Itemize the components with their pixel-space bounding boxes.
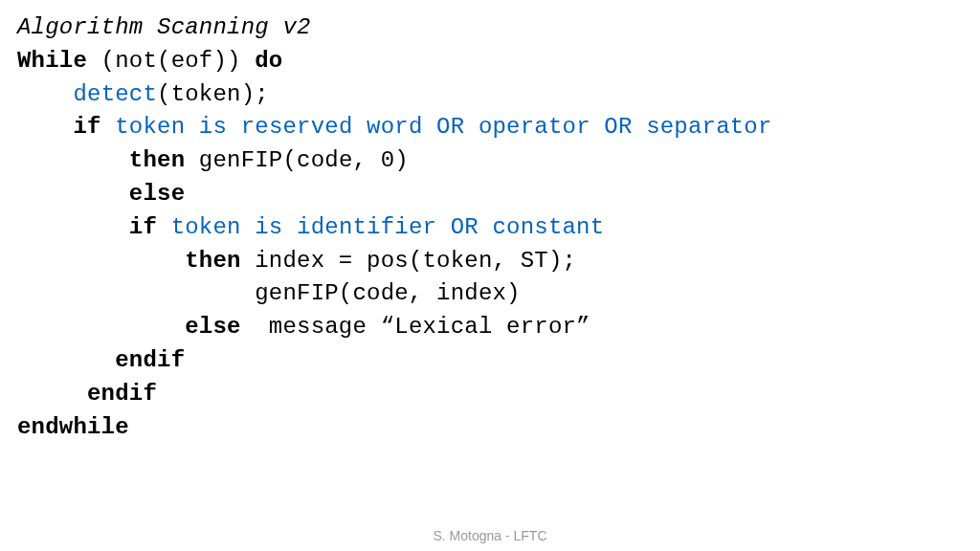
text: genFIP(code, index) — [17, 280, 521, 306]
kw-if: if — [73, 114, 100, 140]
kw-while: While — [17, 48, 87, 74]
indent — [17, 81, 73, 107]
slide: Algorithm Scanning v2 While (not(eof)) d… — [0, 0, 980, 551]
text: (token); — [157, 81, 269, 107]
space — [101, 114, 116, 140]
kw-if: if — [129, 214, 157, 240]
text: (not(eof)) — [87, 48, 255, 74]
kw-else: else — [129, 181, 185, 207]
algorithm-title: Algorithm Scanning v2 — [17, 14, 311, 40]
indent — [17, 347, 115, 373]
condition-1: token is reserved word OR operator OR se… — [115, 114, 771, 140]
line-11: endif — [17, 378, 963, 411]
indent — [17, 381, 87, 407]
space — [157, 214, 171, 240]
kw-else: else — [185, 314, 240, 340]
text: genFIP(code, 0) — [185, 147, 409, 173]
indent — [17, 314, 185, 340]
kw-endwhile: endwhile — [17, 414, 129, 440]
line-title: Algorithm Scanning v2 — [17, 11, 963, 45]
line-7: then index = pos(token, ST); — [17, 245, 963, 278]
line-3: if token is reserved word OR operator OR… — [17, 111, 963, 144]
line-12: endwhile — [17, 411, 963, 445]
kw-then: then — [185, 248, 240, 274]
footer-author: S. Motogna - LFTC — [0, 528, 980, 543]
line-10: endif — [17, 344, 963, 378]
line-9: else message “Lexical error” — [17, 311, 963, 344]
indent — [17, 114, 73, 140]
text: message “Lexical error” — [241, 314, 590, 340]
line-1: While (not(eof)) do — [17, 45, 963, 78]
kw-endif: endif — [87, 381, 157, 407]
code-block: Algorithm Scanning v2 While (not(eof)) d… — [17, 11, 963, 444]
line-6: if token is identifier OR constant — [17, 211, 963, 245]
indent — [17, 214, 129, 240]
kw-endif: endif — [115, 347, 185, 373]
indent — [17, 181, 129, 207]
line-2: detect(token); — [17, 78, 963, 112]
condition-2: token is identifier OR constant — [171, 214, 605, 240]
line-8: genFIP(code, index) — [17, 277, 963, 311]
indent — [17, 147, 129, 173]
call-detect: detect — [73, 81, 157, 107]
text: index = pos(token, ST); — [241, 248, 576, 274]
indent — [17, 248, 185, 274]
line-4: then genFIP(code, 0) — [17, 144, 963, 178]
kw-then: then — [129, 147, 185, 173]
kw-do: do — [255, 48, 282, 74]
line-5: else — [17, 178, 963, 211]
